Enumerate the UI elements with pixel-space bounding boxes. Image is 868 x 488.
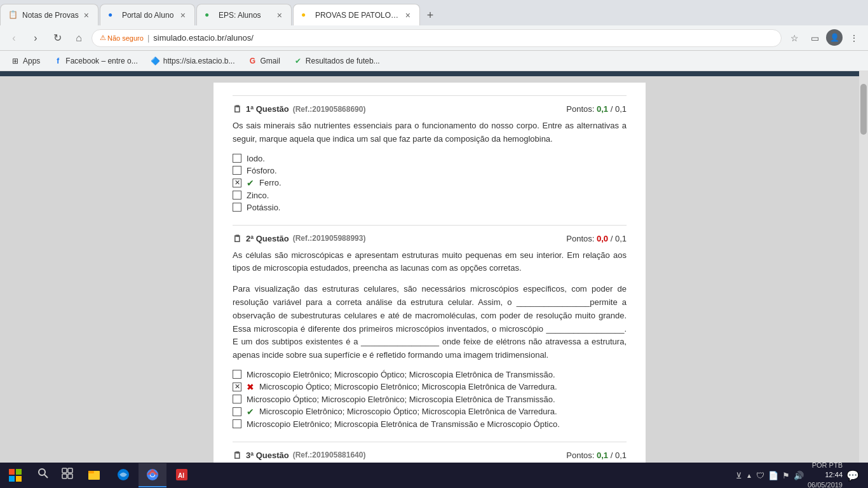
- svg-rect-3: [16, 476, 22, 482]
- tray-time-value: 12:44: [808, 470, 843, 480]
- question-2-option-3: Microscopio Óptico; Microscopio Eletrôni…: [233, 395, 627, 404]
- tray-flag-icon[interactable]: ⚑: [782, 471, 790, 480]
- q2o5-checkbox[interactable]: [233, 419, 241, 428]
- taskbar-search-button[interactable]: [32, 463, 55, 484]
- q1o2-checkbox[interactable]: [233, 166, 241, 175]
- tab-close-eps[interactable]: ×: [276, 10, 283, 21]
- sia-icon: 🔷: [151, 56, 161, 66]
- address-input[interactable]: ⚠ Não seguro | simulado.estacio.br/aluno…: [92, 29, 782, 47]
- tray-shield-icon[interactable]: 🛡: [756, 471, 764, 480]
- tab-label-eps: EPS: Alunos: [219, 11, 272, 20]
- bookmarks-bar: ⊞ Apps f Facebook – entre o... 🔷 https:/…: [0, 51, 868, 71]
- tab-bar: 📋 Notas de Provas × ● Portal do Aluno × …: [0, 0, 868, 25]
- svg-rect-1: [16, 469, 22, 475]
- question-2-option-5: Microscopio Eletrônico; Microscopia Elet…: [233, 419, 627, 429]
- q1o4-text: Zinco.: [247, 191, 269, 200]
- tab-provas[interactable]: ● PROVAS DE PATOLOGIA (AV1, AV... ×: [293, 4, 420, 25]
- q1o1-checkbox[interactable]: [233, 154, 241, 163]
- tab-portal[interactable]: ● Portal do Aluno ×: [100, 4, 195, 25]
- content-area: 🗒 1ª Questão (Ref.:201905868690) Pontos:…: [0, 71, 868, 463]
- question-1-option-2: Fósforo.: [233, 166, 627, 175]
- apps-icon: ⊞: [10, 56, 20, 66]
- bookmark-facebook[interactable]: f Facebook – entre o...: [48, 53, 142, 69]
- bookmark-apps[interactable]: ⊞ Apps: [5, 53, 45, 69]
- quiz-background: 🗒 1ª Questão (Ref.:201905868690) Pontos:…: [0, 76, 859, 463]
- tray-pdf-icon[interactable]: 📄: [768, 471, 778, 480]
- question-2-ref: (Ref.:201905988993): [293, 234, 366, 243]
- bookmark-apps-label: Apps: [23, 57, 40, 65]
- taskbar-task-view-button[interactable]: [56, 463, 79, 484]
- search-icon: [37, 468, 49, 479]
- q1o5-checkbox[interactable]: [233, 203, 241, 212]
- bookmark-resultados[interactable]: ✔ Resultados de futeb...: [288, 53, 385, 69]
- bookmark-gmail[interactable]: G Gmail: [243, 53, 285, 69]
- file-explorer-icon: [87, 468, 101, 482]
- acrobat-icon: AI: [175, 468, 189, 482]
- tray-up-arrow-icon[interactable]: ▲: [746, 472, 752, 479]
- tab-close-provas[interactable]: ×: [404, 10, 412, 21]
- q2o3-checkbox[interactable]: [233, 395, 241, 403]
- security-warning: ⚠ Não seguro: [100, 34, 144, 42]
- new-tab-button[interactable]: +: [421, 6, 439, 24]
- q1o3-checkbox[interactable]: ✕: [233, 179, 241, 187]
- tray-locale: POR PTB: [808, 461, 843, 470]
- forward-button[interactable]: ›: [27, 29, 44, 47]
- resultados-icon: ✔: [293, 56, 303, 66]
- bookmark-facebook-label: Facebook – entre o...: [65, 57, 137, 65]
- question-1-option-4: Zinco.: [233, 191, 627, 200]
- tab-close-portal[interactable]: ×: [179, 10, 187, 21]
- q1o3-text: Ferro.: [259, 178, 281, 187]
- tab-close-notas[interactable]: ×: [83, 10, 90, 21]
- q1o2-text: Fósforo.: [247, 166, 277, 175]
- q2o2-checkbox[interactable]: ✕: [233, 383, 241, 391]
- question-2-header: 🗒 2ª Questão (Ref.:201905988993) Pontos:…: [233, 233, 627, 244]
- tray-date-value: 06/05/2019: [808, 480, 843, 488]
- cast-button[interactable]: ▭: [806, 29, 824, 47]
- q1o1-text: Iodo.: [247, 154, 265, 163]
- tab-eps[interactable]: ● EPS: Alunos ×: [196, 4, 292, 25]
- q2o4-checkbox[interactable]: [233, 407, 241, 416]
- q2o2-wrong-icon: ✖: [247, 382, 254, 392]
- taskbar-app-edge[interactable]: [109, 463, 137, 487]
- bookmark-sia[interactable]: 🔷 https://sia.estacio.b...: [146, 53, 240, 69]
- scrollbar-thumb[interactable]: [860, 84, 867, 135]
- windows-logo-icon: [8, 468, 22, 482]
- tray-notification-button[interactable]: 💬: [846, 470, 859, 482]
- tab-icon-eps: ●: [205, 10, 215, 20]
- question-1-ref: (Ref.:201905868690): [293, 105, 366, 114]
- svg-rect-0: [9, 469, 15, 475]
- question-1-points: Pontos: 0,1 / 0,1: [566, 104, 627, 114]
- tray-clock[interactable]: POR PTB 12:44 06/05/2019: [808, 461, 843, 488]
- question-1-block: 🗒 1ª Questão (Ref.:201905868690) Pontos:…: [233, 95, 627, 212]
- taskbar-app-acrobat[interactable]: AI: [168, 463, 196, 487]
- tab-notas[interactable]: 📋 Notas de Provas ×: [0, 4, 98, 25]
- taskbar-app-explorer[interactable]: [80, 463, 108, 487]
- taskbar-app-chrome[interactable]: [139, 463, 166, 487]
- svg-point-15: [151, 473, 154, 477]
- back-button[interactable]: ‹: [5, 29, 23, 47]
- tray-network-icon[interactable]: ⊻: [736, 471, 742, 480]
- q1o4-checkbox[interactable]: [233, 191, 241, 200]
- question-3-points: Pontos: 0,1 / 0,1: [566, 451, 627, 460]
- svg-rect-6: [62, 468, 67, 473]
- start-button[interactable]: [4, 465, 27, 485]
- q2o4-correct-icon: ✔: [247, 407, 254, 417]
- question-3-title: 🗒 3ª Questão (Ref.:201905881640): [233, 450, 365, 461]
- taskbar-apps: AI: [32, 463, 196, 487]
- svg-rect-2: [9, 476, 15, 482]
- home-button[interactable]: ⌂: [70, 29, 88, 47]
- tray-sound-icon[interactable]: 🔊: [794, 471, 804, 480]
- question-2-text: As células são microscópicas e apresenta…: [233, 249, 627, 276]
- profile-button[interactable]: 👤: [826, 29, 843, 46]
- chrome-icon: [146, 468, 159, 482]
- question-2-option-1: Microscopio Eletrônico; Microscopio Ópti…: [233, 370, 627, 379]
- q2o1-checkbox[interactable]: [233, 370, 241, 379]
- tab-icon-portal: ●: [108, 10, 118, 20]
- question-2-options: Microscopio Eletrônico; Microscopio Ópti…: [233, 370, 627, 429]
- svg-rect-7: [68, 468, 72, 473]
- bookmark-star-button[interactable]: ☆: [785, 29, 803, 47]
- menu-button[interactable]: ⋮: [845, 29, 863, 47]
- scrollbar[interactable]: [859, 71, 868, 463]
- tab-label-notas: Notas de Provas: [22, 11, 79, 20]
- refresh-button[interactable]: ↻: [48, 29, 66, 47]
